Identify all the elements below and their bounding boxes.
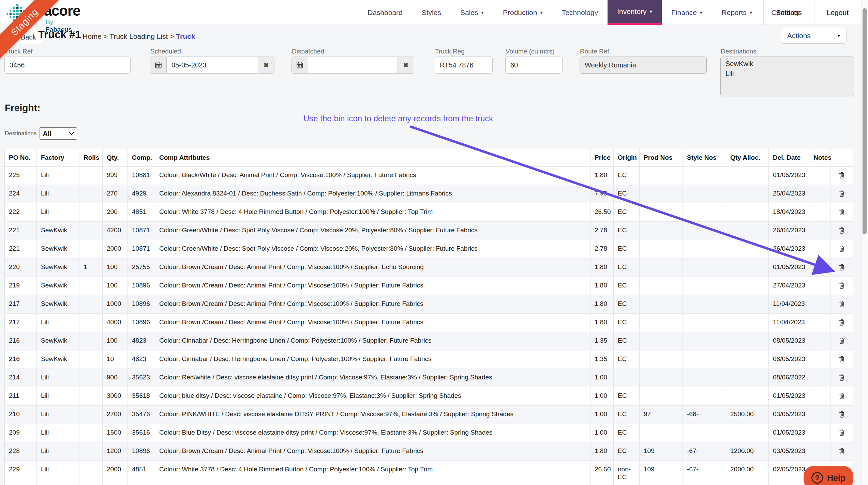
table-cell [79, 167, 103, 185]
calendar-icon[interactable] [150, 57, 167, 73]
actions-dropdown-button[interactable]: Actions ▾ [781, 28, 847, 44]
table-cell [640, 203, 683, 222]
table-cell: 2000.00 [726, 461, 769, 485]
trash-icon[interactable] [838, 281, 845, 291]
scrollbar-track[interactable] [861, 0, 868, 485]
nav-item-settings[interactable]: Settings [763, 0, 814, 25]
nav-item-finance[interactable]: Finance▾ [662, 0, 712, 25]
dispatched-clear-button[interactable]: ✖ [398, 57, 414, 73]
column-header-notes: Notes [809, 149, 831, 167]
trash-icon[interactable] [838, 226, 845, 235]
freight-heading: Freight: [5, 103, 40, 113]
truck-ref-input[interactable] [4, 57, 131, 74]
table-cell [683, 203, 726, 222]
breadcrumb-path[interactable]: Home > Truck Loading List > [83, 32, 174, 40]
clear-x-icon: ✖ [264, 61, 269, 69]
trash-icon[interactable] [838, 171, 845, 180]
table-cell: 10881 [128, 167, 155, 185]
table-cell [79, 406, 103, 424]
scheduled-clear-button[interactable]: ✖ [258, 57, 274, 73]
column-header-qty-alloc-: Qty Alloc. [726, 149, 769, 167]
table-row: 221SewKwik420010871Colour: Green/White /… [5, 222, 853, 240]
table-cell: 209 [5, 424, 37, 442]
table-cell: 26/04/2023 [769, 222, 809, 240]
trash-icon[interactable] [838, 373, 845, 382]
table-cell: 2700 [103, 406, 128, 424]
trash-icon[interactable] [838, 245, 845, 254]
table-row: 221SewKwik200010871Colour: Green/White /… [5, 240, 853, 259]
table-cell: EC [614, 203, 640, 222]
table-cell: 900 [103, 369, 128, 387]
table-cell-actions [831, 240, 853, 259]
table-cell: 35476 [128, 406, 155, 424]
table-cell [683, 424, 726, 442]
table-cell: 10871 [128, 240, 155, 259]
table-cell [683, 277, 726, 295]
trash-icon[interactable] [838, 428, 845, 438]
nav-item-styles[interactable]: Styles [412, 0, 451, 25]
table-cell-actions [831, 442, 853, 461]
trash-icon[interactable] [838, 355, 845, 364]
table-cell: EC [614, 332, 640, 350]
table-cell: 08/05/2023 [769, 332, 809, 350]
table-cell [726, 203, 769, 222]
table-cell [640, 424, 683, 442]
table-row: 217Lili400010896Colour: Brown /Cream / D… [5, 314, 853, 332]
trash-icon[interactable] [838, 318, 845, 327]
table-cell [683, 295, 726, 314]
table-cell: Colour: Brown /Cream / Desc: Animal Prin… [155, 259, 590, 277]
table-cell-actions [831, 314, 853, 332]
trash-icon[interactable] [838, 392, 845, 401]
table-cell: 7.95 [590, 185, 614, 203]
table-cell [79, 240, 103, 259]
nav-item-technology[interactable]: Technology [552, 0, 608, 25]
table-cell [726, 424, 769, 442]
scheduled-date-input[interactable] [167, 57, 258, 73]
trash-icon[interactable] [838, 410, 845, 419]
help-button[interactable]: ? Help [804, 466, 853, 485]
trash-icon[interactable] [838, 263, 845, 272]
table-cell-actions [831, 295, 853, 314]
volume-input[interactable] [505, 57, 563, 74]
nav-item-production[interactable]: Production▾ [493, 0, 552, 25]
table-cell [683, 350, 726, 369]
trash-icon[interactable] [838, 300, 845, 309]
calendar-icon[interactable] [292, 57, 308, 73]
breadcrumb-current: Truck [176, 32, 195, 40]
table-cell: 224 [5, 185, 37, 203]
nav-item-logout[interactable]: Logout [814, 0, 861, 25]
dispatched-input-group: ✖ [291, 57, 414, 74]
table-cell: 100 [103, 332, 128, 350]
trash-icon[interactable] [838, 447, 845, 456]
trash-icon[interactable] [838, 208, 845, 217]
table-cell: 1000 [103, 295, 128, 314]
chevron-down-icon: ▾ [540, 10, 543, 16]
bin-annotation-text: Use the bin icon to delete any records f… [303, 114, 493, 123]
table-cell: EC [614, 314, 640, 332]
table-cell [726, 332, 769, 350]
table-cell: Colour: Alexandra 8324-01 / Desc: Duches… [155, 185, 590, 203]
scrollbar-thumb[interactable] [863, 8, 867, 234]
table-cell: EC [614, 424, 640, 442]
nav-item-inventory[interactable]: Inventory▾ [608, 0, 662, 25]
nav-item-reports[interactable]: Reports▾ [712, 0, 762, 25]
nav-item-dashboard[interactable]: Dashboard [358, 0, 412, 25]
table-cell [79, 222, 103, 240]
truck-reg-input[interactable] [435, 57, 493, 74]
destinations-list: SewKwik Lili [720, 57, 854, 96]
table-cell: EC [614, 406, 640, 424]
column-header-qty-: Qty. [103, 149, 128, 167]
nav-item-sales[interactable]: Sales▾ [451, 0, 493, 25]
table-cell [726, 277, 769, 295]
trash-icon[interactable] [838, 337, 845, 346]
table-cell: 97 [640, 406, 683, 424]
destinations-filter-select[interactable]: All [40, 127, 77, 140]
chevron-down-icon: ▾ [837, 33, 840, 39]
table-cell: 1200.00 [726, 442, 769, 461]
table-cell: 11/04/2023 [769, 314, 809, 332]
dispatched-date-input[interactable] [308, 57, 398, 73]
table-cell [79, 442, 103, 461]
trash-icon[interactable] [838, 189, 845, 199]
table-cell: Colour: Brown /Cream / Desc: Animal Prin… [155, 314, 590, 332]
table-cell [809, 277, 831, 295]
